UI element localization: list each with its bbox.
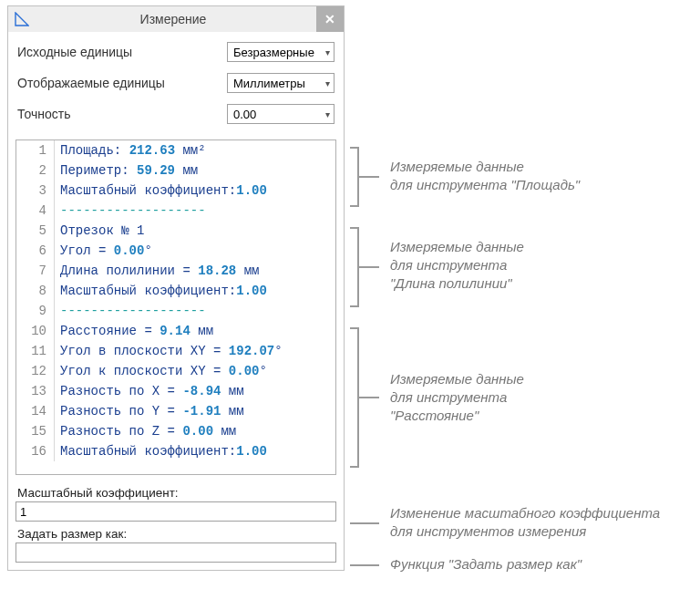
display-units-label: Отображаемые единицы [17, 76, 227, 90]
line-number: 4 [16, 201, 55, 221]
bracket-2 [350, 227, 359, 307]
annotation-distance: Измеряемые данные для инструмента "Расст… [390, 370, 524, 425]
results-line: Разность по Z = 0.00 мм [55, 421, 236, 441]
source-units-value: Безразмерные [233, 46, 314, 59]
results-line: Расстояние = 9.14 мм [55, 321, 213, 341]
titlebar: Измерение ✕ [8, 6, 344, 32]
results-line: Угол = 0.00° [55, 241, 152, 261]
display-units-select[interactable]: Миллиметры ▾ [227, 73, 335, 93]
results-line: ------------------- [55, 301, 206, 321]
results-row: 3Масштабный коэффициент:1.00 [16, 181, 335, 201]
display-units-value: Миллиметры [233, 77, 305, 90]
annotation-tick-setsize [350, 564, 379, 566]
scale-coeff-label: Масштабный коэффициент: [15, 484, 336, 501]
results-line: Угол к плоскости XY = 0.00° [55, 361, 267, 381]
results-line: Разность по X = -8.94 мм [55, 381, 244, 401]
line-number: 16 [16, 441, 55, 461]
line-number: 1 [16, 140, 55, 160]
close-button[interactable]: ✕ [316, 6, 344, 32]
results-line: Периметр: 59.29 мм [55, 160, 198, 181]
results-line: Отрезок № 1 [55, 221, 144, 241]
source-units-row: Исходные единицы Безразмерные ▾ [17, 41, 335, 63]
line-number: 15 [16, 421, 55, 441]
close-icon: ✕ [324, 12, 335, 26]
bottom-panel: Масштабный коэффициент: Задать размер ка… [8, 480, 344, 570]
line-number: 3 [16, 181, 55, 201]
measurement-dialog: Измерение ✕ Исходные единицы Безразмерны… [7, 5, 345, 571]
bracket-1 [350, 147, 359, 207]
precision-row: Точность 0.00 ▾ [17, 103, 335, 125]
results-line: Площадь: 212.63 мм² [55, 140, 206, 160]
window-title: Измерение [30, 12, 316, 26]
results-line: ------------------- [55, 201, 206, 221]
results-row: 10Расстояние = 9.14 мм [16, 321, 335, 341]
line-number: 7 [16, 261, 55, 281]
results-row: 8Масштабный коэффициент:1.00 [16, 281, 335, 301]
annotation-area: Измеряемые данные для инструмента "Площа… [390, 158, 580, 194]
precision-select[interactable]: 0.00 ▾ [227, 104, 335, 124]
line-number: 10 [16, 321, 55, 341]
line-number: 5 [16, 221, 55, 241]
precision-value: 0.00 [233, 108, 256, 121]
results-row: 12Угол к плоскости XY = 0.00° [16, 361, 335, 381]
results-line: Угол в плоскости XY = 192.07° [55, 341, 283, 361]
source-units-label: Исходные единицы [17, 45, 227, 59]
options-panel: Исходные единицы Безразмерные ▾ Отобража… [8, 32, 344, 140]
display-units-row: Отображаемые единицы Миллиметры ▾ [17, 72, 335, 94]
results-row: 2Периметр: 59.29 мм [16, 160, 335, 181]
annotation-scale: Изменение масштабного коэффициента для и… [390, 504, 660, 541]
line-number: 8 [16, 281, 55, 301]
scale-coeff-input[interactable] [15, 501, 336, 522]
results-box: 1Площадь: 212.63 мм²2Периметр: 59.29 мм3… [15, 140, 336, 475]
results-line: Длина полилинии = 18.28 мм [55, 261, 259, 281]
results-row: 4------------------- [16, 201, 335, 221]
ruler-icon [14, 11, 30, 27]
chevron-down-icon: ▾ [325, 47, 330, 57]
line-number: 11 [16, 341, 55, 361]
results-row: 13Разность по X = -8.94 мм [16, 381, 335, 401]
bracket-3 [350, 327, 359, 468]
source-units-select[interactable]: Безразмерные ▾ [227, 42, 335, 62]
line-number: 9 [16, 301, 55, 321]
results-line: Разность по Y = -1.91 мм [55, 401, 244, 421]
bracket-tick-1 [359, 176, 379, 178]
chevron-down-icon: ▾ [325, 78, 330, 88]
chevron-down-icon: ▾ [325, 109, 330, 119]
results-line: Масштабный коэффициент:1.00 [55, 281, 267, 301]
results-row: 14Разность по Y = -1.91 мм [16, 401, 335, 421]
results-row: 1Площадь: 212.63 мм² [16, 140, 335, 160]
results-row: 7Длина полилинии = 18.28 мм [16, 261, 335, 281]
annotation-setsize: Функция "Задать размер как" [390, 555, 582, 574]
annotation-polyline: Измеряемые данные для инструмента "Длина… [390, 238, 524, 293]
set-size-input[interactable] [15, 542, 336, 563]
results-row: 15Разность по Z = 0.00 мм [16, 421, 335, 441]
results-row: 16Масштабный коэффициент:1.00 [16, 441, 335, 461]
results-line: Масштабный коэффициент:1.00 [55, 441, 267, 461]
annotation-tick-scale [350, 522, 379, 524]
line-number: 6 [16, 241, 55, 261]
results-line: Масштабный коэффициент:1.00 [55, 181, 267, 201]
line-number: 14 [16, 401, 55, 421]
line-number: 12 [16, 361, 55, 381]
bracket-tick-2 [359, 266, 379, 268]
set-size-label: Задать размер как: [15, 525, 336, 542]
results-row: 11Угол в плоскости XY = 192.07° [16, 341, 335, 361]
bracket-tick-3 [359, 397, 379, 398]
results-row: 5Отрезок № 1 [16, 221, 335, 241]
line-number: 13 [16, 381, 55, 401]
results-row: 9------------------- [16, 301, 335, 321]
line-number: 2 [16, 160, 55, 181]
results-row: 6Угол = 0.00° [16, 241, 335, 261]
precision-label: Точность [17, 107, 227, 121]
